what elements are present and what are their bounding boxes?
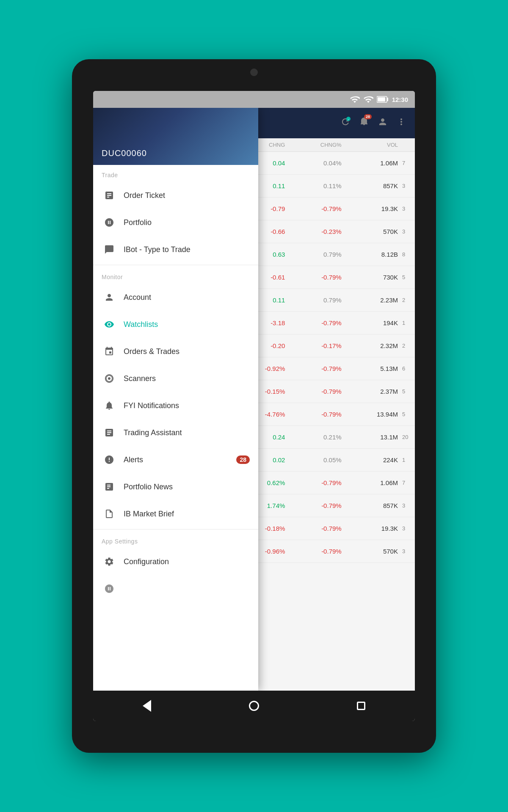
alerts-icon <box>102 452 117 467</box>
portfolio-news-icon <box>102 479 117 494</box>
svg-rect-1 <box>387 98 388 101</box>
divider-trade-monitor <box>93 265 258 265</box>
drawer-account-id: DUC00060 <box>102 148 147 158</box>
wifi-icon <box>350 94 360 104</box>
order-ticket-icon <box>102 188 117 203</box>
main-content: + 28 <box>93 108 415 691</box>
portfolio-news-label: Portfolio News <box>124 483 250 491</box>
svg-point-5 <box>108 377 110 380</box>
sidebar-item-account[interactable]: Account <box>93 284 258 311</box>
home-button[interactable] <box>241 693 267 719</box>
sidebar-item-orders-trades[interactable]: Orders & Trades <box>93 338 258 365</box>
scanners-label: Scanners <box>124 374 250 383</box>
notification-icon-header[interactable]: 28 <box>359 117 369 129</box>
ib-market-icon <box>102 506 117 521</box>
sidebar-item-portfolio-news[interactable]: Portfolio News <box>93 473 258 500</box>
home-icon <box>249 701 259 711</box>
status-bar: 12:30 <box>93 91 415 108</box>
sidebar-item-configuration[interactable]: Configuration <box>93 548 258 575</box>
sidebar-item-order-ticket[interactable]: Order Ticket <box>93 182 258 209</box>
sidebar-item-trading-assistant[interactable]: Trading Assistant <box>93 419 258 446</box>
tablet-camera <box>250 69 258 76</box>
configuration-label: Configuration <box>124 557 250 566</box>
sidebar-item-ibot[interactable]: IBot - Type to Trade <box>93 236 258 263</box>
fyi-icon <box>102 398 117 413</box>
account-label: Account <box>124 293 250 302</box>
sidebar-item-extra[interactable] <box>93 575 258 602</box>
order-ticket-label: Order Ticket <box>124 191 250 200</box>
tablet-frame: 12:30 + <box>72 59 436 753</box>
more-icon-header[interactable] <box>396 117 406 129</box>
sidebar-item-watchlists[interactable]: Watchlists <box>93 311 258 338</box>
navigation-drawer: DUC00060 Trade Order Ticket <box>93 108 258 691</box>
notification-badge: 28 <box>364 114 372 119</box>
col-vol: VOL <box>346 142 402 148</box>
divider-monitor-settings <box>93 529 258 529</box>
portfolio-label: Portfolio <box>124 218 250 227</box>
trade-section-label: Trade <box>93 165 258 182</box>
drawer-body: Trade Order Ticket <box>93 165 258 691</box>
drawer-header: DUC00060 <box>93 108 258 165</box>
trading-assistant-label: Trading Assistant <box>124 428 250 437</box>
sidebar-item-alerts[interactable]: Alerts 28 <box>93 446 258 473</box>
user-icon-header[interactable] <box>378 117 388 129</box>
svg-text:+: + <box>348 118 349 121</box>
scanners-icon <box>102 371 117 386</box>
portfolio-icon <box>102 215 117 230</box>
trading-assistant-icon <box>102 425 117 440</box>
account-icon <box>102 290 117 305</box>
sidebar-item-ib-market-brief[interactable]: IB Market Brief <box>93 500 258 527</box>
monitor-section-label: Monitor <box>93 267 258 284</box>
alerts-label: Alerts <box>124 455 236 464</box>
watchlist-icon <box>102 317 117 332</box>
col-chng-pct: CHNG% <box>289 142 345 148</box>
sidebar-item-scanners[interactable]: Scanners <box>93 365 258 392</box>
battery-icon <box>377 96 389 103</box>
watchlists-label: Watchlists <box>124 320 250 329</box>
app-settings-section-label: App Settings <box>93 531 258 548</box>
back-button[interactable] <box>134 693 160 719</box>
extra-icon <box>102 581 117 596</box>
tablet-screen: 12:30 + <box>93 91 415 721</box>
signal-icon <box>363 94 373 104</box>
fyi-notifications-label: FYI Notifications <box>124 401 250 410</box>
alerts-badge: 28 <box>236 455 250 464</box>
sidebar-item-fyi-notifications[interactable]: FYI Notifications <box>93 392 258 419</box>
config-icon <box>102 554 117 569</box>
sidebar-item-portfolio[interactable]: Portfolio <box>93 209 258 236</box>
status-time: 12:30 <box>392 96 408 103</box>
refresh-icon[interactable]: + <box>340 117 351 129</box>
ib-market-brief-label: IB Market Brief <box>124 510 250 518</box>
orders-icon <box>102 344 117 359</box>
svg-rect-2 <box>378 97 385 102</box>
orders-trades-label: Orders & Trades <box>124 347 250 356</box>
ibot-icon <box>102 242 117 257</box>
ibot-label: IBot - Type to Trade <box>124 245 250 254</box>
navigation-bar <box>93 691 415 721</box>
recent-button[interactable] <box>348 693 374 719</box>
recent-icon <box>357 702 365 710</box>
back-icon <box>143 700 151 712</box>
